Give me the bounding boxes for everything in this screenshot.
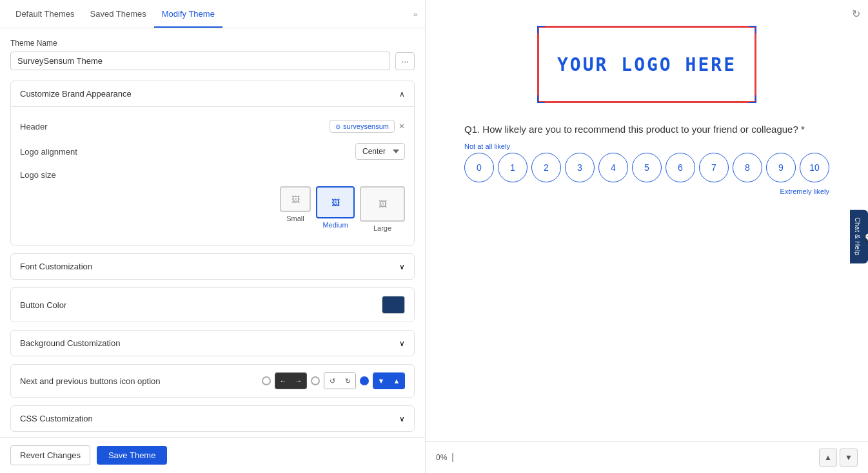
nav-btn-options: ← → ↺ ↻ ▼ ▲ — [262, 372, 405, 389]
logo-chip-close[interactable]: ✕ — [399, 122, 405, 131]
left-panel: Default Themes Saved Themes Modify Theme… — [0, 0, 426, 473]
nps-number-10[interactable]: 10 — [800, 153, 829, 182]
background-customization-label: Background Customization — [20, 338, 120, 348]
nps-number-4[interactable]: 4 — [598, 153, 628, 182]
nav-down-blue: ▼ — [373, 373, 389, 389]
logo-size-small[interactable]: 🖼 Small — [280, 186, 311, 232]
corner-tr — [749, 26, 756, 34]
chat-help-panel[interactable]: Chat & Help 💬 — [850, 209, 868, 263]
button-color-swatch[interactable] — [382, 296, 405, 314]
tab-saved-themes[interactable]: Saved Themes — [83, 1, 154, 28]
nav-radio-2[interactable] — [311, 376, 320, 385]
logo-chip-text: surveysensum — [343, 122, 389, 130]
question-text: Q1. How likely are you to recommend this… — [464, 124, 829, 135]
nps-number-9[interactable]: 9 — [766, 153, 796, 182]
nav-up-button[interactable]: ▲ — [819, 449, 837, 467]
logo-size-large[interactable]: 🖼 Large — [360, 186, 405, 232]
logo-placeholder-box: YOUR LOGO HERE — [537, 26, 756, 103]
tabs-bar: Default Themes Saved Themes Modify Theme… — [0, 0, 425, 28]
logo-size-label: Logo size — [20, 170, 56, 180]
chat-help-label: Chat & Help — [854, 217, 861, 255]
customize-brand-body: Header ⊙ surveysensum ✕ Logo alignment L… — [11, 106, 414, 245]
nps-number-7[interactable]: 7 — [699, 153, 729, 182]
nav-arrows-circle[interactable]: ↺ ↻ — [324, 372, 356, 389]
nav-left-dark: ← — [275, 373, 291, 389]
logo-alignment-row: Logo alignment Left Center Right — [20, 138, 405, 165]
reload-button[interactable]: ↻ — [852, 8, 860, 20]
logo-chip-icon: ⊙ — [335, 123, 340, 130]
nav-right-circle: ↻ — [340, 373, 355, 389]
customize-brand-section: Customize Brand Appearance ∧ Header ⊙ su… — [10, 81, 415, 246]
nps-number-2[interactable]: 2 — [531, 153, 561, 182]
nav-down-button[interactable]: ▼ — [840, 449, 858, 467]
theme-name-input[interactable] — [10, 52, 390, 70]
theme-name-row: ··· — [10, 52, 415, 70]
theme-name-label: Theme Name — [10, 39, 415, 48]
nav-radio-3[interactable] — [360, 376, 369, 385]
customize-brand-chevron: ∧ — [399, 90, 405, 99]
progress-divider — [452, 453, 453, 462]
progress-nav-arrows: ▲ ▼ — [819, 449, 858, 467]
logo-size-large-label: Large — [373, 224, 391, 232]
nps-label-left: Not at all likely — [464, 142, 510, 150]
revert-changes-button[interactable]: Revert Changes — [10, 445, 90, 465]
nav-arrows-dark[interactable]: ← → — [275, 372, 307, 389]
right-panel: ↻ YOUR LOGO HERE Q1. How likely are you … — [426, 0, 868, 473]
panel-content: Theme Name ··· Customize Brand Appearanc… — [0, 28, 425, 437]
font-chevron: ∨ — [399, 262, 405, 271]
question-number: Q1. — [464, 124, 480, 135]
nav-left-circle: ↺ — [324, 373, 340, 389]
bottom-bar: Revert Changes Save Theme — [0, 437, 425, 473]
logo-size-medium-label: Medium — [322, 221, 348, 229]
logo-alignment-select[interactable]: Left Center Right — [355, 143, 405, 160]
logo-small-icon: 🖼 — [291, 195, 300, 204]
nps-number-1[interactable]: 1 — [498, 153, 528, 182]
font-customization-section[interactable]: Font Customization ∨ — [10, 253, 415, 280]
logo-large-icon: 🖼 — [379, 199, 387, 209]
nps-number-6[interactable]: 6 — [666, 153, 695, 182]
tab-modify-theme[interactable]: Modify Theme — [154, 1, 222, 28]
logo-alignment-label: Logo alignment — [20, 147, 77, 157]
logo-preview: ⊙ surveysensum ✕ — [330, 120, 405, 133]
css-chevron: ∨ — [399, 414, 405, 423]
logo-size-row: Logo size 🖼 Small 🖼 Medium — [20, 165, 405, 237]
chat-icon: 💬 — [865, 232, 868, 242]
progress-bar-area: 0% ▲ ▼ — [426, 441, 868, 473]
logo-size-options: 🖼 Small 🖼 Medium 🖼 — [20, 186, 405, 232]
nps-number-3[interactable]: 3 — [565, 153, 595, 182]
save-theme-button[interactable]: Save Theme — [97, 446, 167, 465]
nav-radio-1[interactable] — [262, 376, 271, 385]
more-options-button[interactable]: ··· — [395, 52, 415, 70]
nps-number-0[interactable]: 0 — [464, 153, 494, 182]
nav-arrows-blue[interactable]: ▼ ▲ — [373, 372, 405, 389]
nps-labels-row: Not at all likely — [464, 142, 829, 150]
nav-up-blue: ▲ — [389, 373, 404, 389]
logo-placeholder-text: YOUR LOGO HERE — [557, 54, 736, 75]
expand-panel-icon[interactable]: » — [413, 10, 417, 18]
nps-label-right: Extremely likely — [464, 188, 829, 195]
css-customization-label: CSS Customization — [20, 414, 93, 423]
nps-numbers-row: 012345678910 — [464, 153, 829, 182]
css-customization-section[interactable]: CSS Customization ∨ — [10, 405, 415, 432]
logo-size-medium[interactable]: 🖼 Medium — [316, 186, 355, 232]
customize-brand-header[interactable]: Customize Brand Appearance ∧ — [11, 81, 414, 106]
logo-size-small-label: Small — [286, 215, 304, 222]
customize-brand-title: Customize Brand Appearance — [20, 89, 132, 99]
question-body: How likely are you to recommend this pro… — [482, 124, 804, 135]
button-color-label: Button Color — [20, 300, 66, 310]
background-customization-section[interactable]: Background Customization ∨ — [10, 330, 415, 356]
tab-default-themes[interactable]: Default Themes — [8, 1, 83, 28]
corner-tl — [537, 26, 545, 34]
nav-right-dark: → — [291, 373, 306, 389]
logo-chip[interactable]: ⊙ surveysensum — [330, 120, 395, 133]
corner-bl — [537, 95, 545, 103]
logo-medium-icon: 🖼 — [331, 198, 340, 208]
progress-percentage: 0% — [436, 453, 447, 462]
corner-br — [749, 95, 756, 103]
button-color-section: Button Color — [10, 287, 415, 322]
nps-number-5[interactable]: 5 — [632, 153, 662, 182]
nav-buttons-section: Next and previous buttons icon option ← … — [10, 364, 415, 398]
header-row: Header ⊙ surveysensum ✕ — [20, 115, 405, 138]
nps-number-8[interactable]: 8 — [733, 153, 762, 182]
preview-area: YOUR LOGO HERE Q1. How likely are you to… — [426, 0, 868, 441]
